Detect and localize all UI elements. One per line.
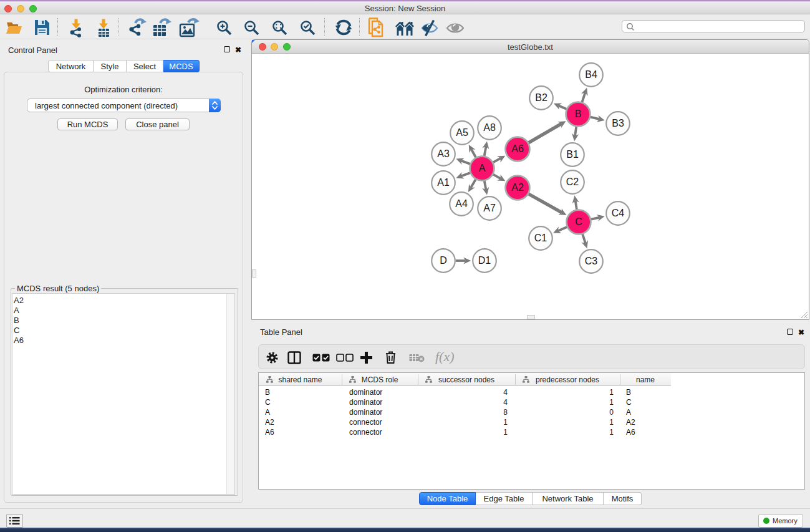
svg-text:A6: A6 (511, 143, 524, 154)
svg-text:C1: C1 (534, 233, 547, 243)
svg-text:A5: A5 (456, 127, 468, 138)
svg-text:C2: C2 (566, 177, 579, 187)
svg-text:A4: A4 (455, 198, 468, 209)
svg-text:B1: B1 (566, 149, 579, 160)
svg-text:A7: A7 (483, 203, 496, 213)
svg-text:A3: A3 (437, 148, 450, 159)
svg-text:B3: B3 (612, 118, 624, 128)
svg-text:B2: B2 (535, 92, 547, 103)
svg-text:D1: D1 (478, 255, 491, 266)
svg-text:A: A (479, 163, 486, 173)
svg-text:A2: A2 (511, 182, 524, 193)
svg-text:D: D (440, 255, 447, 266)
svg-text:B4: B4 (585, 69, 597, 80)
svg-text:A8: A8 (483, 122, 496, 133)
svg-text:A1: A1 (437, 177, 450, 188)
svg-text:C: C (575, 216, 582, 227)
svg-text:C3: C3 (585, 256, 598, 266)
svg-text:B: B (575, 109, 582, 119)
svg-text:C4: C4 (612, 208, 625, 218)
